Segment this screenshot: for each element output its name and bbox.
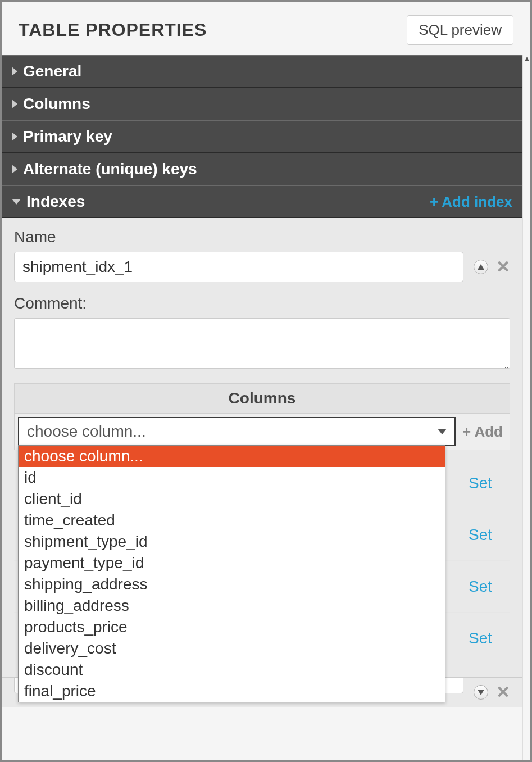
dropdown-option[interactable]: billing_address (19, 595, 445, 616)
name-label: Name (14, 228, 510, 246)
dropdown-option[interactable]: discount (19, 659, 445, 681)
accordion-indexes[interactable]: Indexes + Add index (2, 185, 522, 218)
dropdown-option[interactable]: choose column... (19, 446, 445, 467)
scrollbar[interactable] (522, 55, 530, 760)
accordion-columns[interactable]: Columns (2, 88, 522, 120)
column-select[interactable]: choose column... (18, 417, 456, 446)
dropdown-option[interactable]: time_created (19, 510, 445, 531)
dropdown-option[interactable]: products_price (19, 616, 445, 638)
set-button[interactable]: Set (469, 474, 492, 492)
add-index-button[interactable]: + Add index (430, 193, 512, 211)
accordion-label: General (23, 62, 81, 80)
dropdown-option[interactable]: delivery_cost (19, 638, 445, 659)
accordion-label: Alternate (unique) keys (23, 160, 197, 178)
accordion-label: Indexes (26, 193, 85, 211)
dropdown-option[interactable]: shipping_address (19, 574, 445, 595)
index-name-input[interactable] (14, 252, 463, 282)
svg-marker-1 (478, 264, 484, 270)
set-button[interactable]: Set (469, 526, 492, 544)
delete-index-icon[interactable]: ✕ (496, 684, 510, 701)
dropdown-option[interactable]: final_price (19, 681, 445, 702)
scroll-area: General Columns Primary key Alternate (2, 55, 530, 760)
delete-index-icon[interactable]: ✕ (496, 258, 510, 275)
page-title: TABLE PROPERTIES (19, 20, 207, 40)
svg-marker-2 (478, 690, 484, 695)
chevron-right-icon (12, 132, 17, 141)
chevron-right-icon (12, 67, 17, 76)
accordion-primary-key[interactable]: Primary key (2, 120, 522, 153)
table-properties-panel: TABLE PROPERTIES SQL preview General Col… (2, 2, 530, 760)
sql-preview-button[interactable]: SQL preview (407, 15, 513, 45)
accordion-alternate-keys[interactable]: Alternate (unique) keys (2, 153, 522, 185)
comment-label: Comment: (14, 294, 510, 312)
chevron-down-icon (438, 429, 447, 434)
add-column-button[interactable]: + Add (456, 414, 510, 450)
column-dropdown: choose column... id client_id time_creat… (18, 445, 445, 702)
svg-marker-0 (525, 57, 529, 61)
chevron-right-icon (12, 99, 17, 108)
accordion-general[interactable]: General (2, 55, 522, 88)
index-row-controls: ✕ (474, 258, 510, 275)
collapse-up-icon[interactable] (474, 260, 488, 274)
accordion-label: Primary key (23, 128, 112, 146)
expand-down-icon[interactable] (474, 685, 488, 700)
column-select-value: choose column... (27, 423, 146, 441)
scroll-up-icon[interactable] (523, 55, 530, 63)
dropdown-option[interactable]: client_id (19, 488, 445, 510)
columns-header: Columns (14, 383, 510, 414)
index-section: Name ✕ Comment: Columns (2, 218, 522, 678)
set-button[interactable]: Set (469, 578, 492, 596)
panel-header: TABLE PROPERTIES SQL preview (2, 2, 530, 55)
dropdown-option[interactable]: shipment_type_id (19, 531, 445, 552)
comment-textarea[interactable] (14, 318, 510, 369)
set-button[interactable]: Set (469, 629, 492, 647)
chevron-right-icon (12, 165, 17, 174)
dropdown-option[interactable]: id (19, 467, 445, 488)
index-row-controls: ✕ (474, 684, 510, 701)
column-select-row: choose column... + Add choose column... … (14, 414, 510, 450)
chevron-down-icon (12, 199, 21, 205)
dropdown-option[interactable]: payment_type_id (19, 552, 445, 574)
accordion-label: Columns (23, 95, 90, 113)
